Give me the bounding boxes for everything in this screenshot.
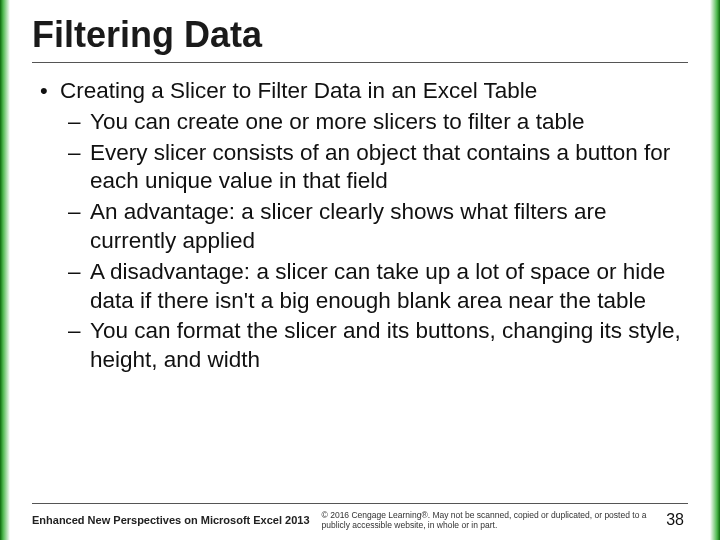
slide-content: Creating a Slicer to Filter Data in an E…: [32, 77, 688, 503]
bullet-level2: A disadvantage: a slicer can take up a l…: [90, 258, 688, 316]
bullet-level2: You can create one or more slicers to fi…: [90, 108, 688, 137]
footer-copyright: © 2016 Cengage Learning®. May not be sca…: [322, 510, 655, 530]
bullet-level2: An advantage: a slicer clearly shows wha…: [90, 198, 688, 256]
bullet-text: You can format the slicer and its button…: [90, 318, 681, 372]
slide-left-border: [0, 0, 10, 540]
slide-body: Filtering Data Creating a Slicer to Filt…: [10, 0, 710, 540]
slide-title: Filtering Data: [32, 14, 688, 63]
bullet-level1: Creating a Slicer to Filter Data in an E…: [60, 77, 688, 375]
bullet-text: Creating a Slicer to Filter Data in an E…: [60, 78, 537, 103]
bullet-text: A disadvantage: a slicer can take up a l…: [90, 259, 665, 313]
bullet-text: Every slicer consists of an object that …: [90, 140, 670, 194]
slide-right-border: [710, 0, 720, 540]
bullet-text: An advantage: a slicer clearly shows wha…: [90, 199, 607, 253]
bullet-level2: You can format the slicer and its button…: [90, 317, 688, 375]
footer-page-number: 38: [666, 511, 688, 529]
bullet-text: You can create one or more slicers to fi…: [90, 109, 584, 134]
bullet-level2: Every slicer consists of an object that …: [90, 139, 688, 197]
footer-book-title: Enhanced New Perspectives on Microsoft E…: [32, 514, 310, 526]
slide-footer: Enhanced New Perspectives on Microsoft E…: [32, 503, 688, 540]
